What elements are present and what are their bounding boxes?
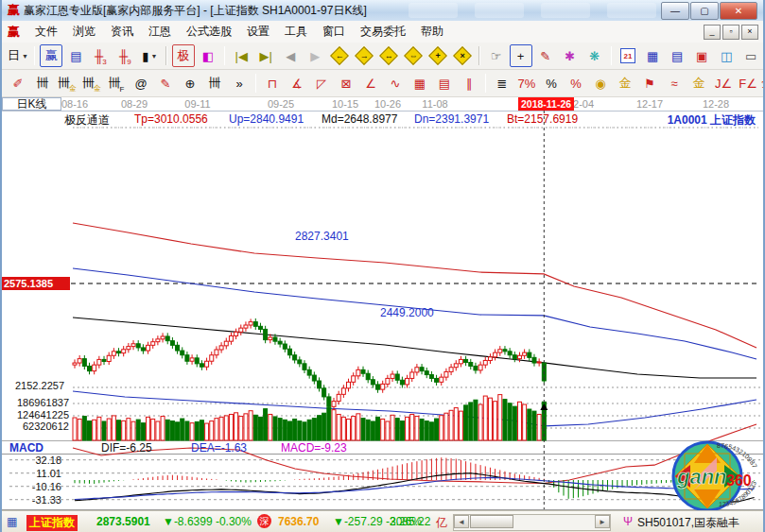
menu-help[interactable]: 帮助 — [413, 22, 451, 41]
period-selector[interactable]: 日▼ — [7, 44, 29, 67]
gann-grid-tool[interactable]: 卌 — [31, 72, 54, 94]
hand-tool[interactable]: ☞ — [485, 44, 508, 67]
candle — [337, 394, 340, 401]
report-tool[interactable]: ▤ — [64, 44, 87, 67]
volume-bar — [312, 419, 316, 440]
volume-bar — [386, 421, 390, 440]
volume-bar — [347, 419, 351, 440]
taskbar-ghost-icon — [541, 3, 590, 18]
menu-trade[interactable]: 交易委托 — [353, 22, 413, 41]
percent-lines-tool[interactable]: % — [565, 72, 587, 94]
minimize-button[interactable]: — — [661, 2, 689, 20]
index-name-tag[interactable]: 上证指数 — [26, 515, 78, 531]
chart-area[interactable]: 日K线 08-1608-2909-1109-2510-1510-2611-081… — [2, 97, 763, 510]
more-tools-chevron[interactable]: » — [228, 72, 251, 94]
tab-daily-kline[interactable]: 日K线 — [2, 97, 61, 111]
last-bar-tool[interactable]: ▶| — [254, 44, 277, 67]
mdi-minimize-button[interactable]: _ — [704, 25, 721, 40]
volume-bar — [156, 421, 160, 440]
menu-formula-picker[interactable]: 公式选股 — [179, 22, 239, 41]
calculator-tool[interactable]: ▦ — [641, 44, 664, 67]
zigzag-tool[interactable]: ∿ — [384, 72, 407, 94]
gold-lines-tool[interactable]: 金 — [614, 72, 636, 94]
indicator-name[interactable]: 极反通道 — [64, 112, 110, 129]
gold-tool[interactable]: 金 — [687, 72, 710, 94]
close-button[interactable]: ✕ — [720, 2, 757, 20]
title-bar[interactable]: 赢 赢家江恩专业版[赢家内部服务平台] - [上证指数 SH1A0001-97日… — [2, 0, 763, 22]
pin-help-tool[interactable]: ✎ — [534, 44, 557, 67]
candle-style-tool[interactable]: ▮▼ — [138, 44, 161, 67]
notes-tool[interactable]: ▤ — [666, 44, 688, 67]
horizontal-scrollbar[interactable]: ◄ ► — [453, 514, 611, 531]
menu-file[interactable]: 文件 — [27, 22, 65, 41]
save-tool[interactable]: ▣ — [690, 44, 713, 67]
menu-gann[interactable]: 江恩 — [141, 22, 179, 41]
zoom-right-tool[interactable]: → — [353, 44, 375, 67]
quote-grid-icon[interactable]: ▦ — [7, 515, 17, 528]
gann-grid-gold2-tool[interactable]: 卌金 — [80, 72, 103, 94]
turnover-unit: 亿 — [436, 515, 447, 531]
scroll-right-arrow[interactable]: ► — [595, 515, 610, 528]
gold-circle-tool[interactable]: ◉ — [589, 72, 612, 94]
percent-7-tool[interactable]: 7% — [515, 72, 538, 94]
grid-tool[interactable]: ▦ — [409, 72, 431, 94]
brush-tool[interactable]: ✐ — [7, 72, 29, 94]
network-tool[interactable]: ◫ — [715, 44, 738, 67]
candle — [215, 350, 218, 355]
scroll-left-arrow[interactable]: ◄ — [454, 515, 469, 528]
trend-angle-tool[interactable]: ∠ — [359, 72, 382, 94]
angle-gold-tool[interactable]: 金∠ — [761, 72, 765, 94]
mdi-close-button[interactable]: × — [741, 25, 758, 40]
macd-panel-title[interactable]: MACD — [9, 441, 43, 455]
t-square-tool[interactable]: ⊓ — [261, 72, 284, 94]
percent-tool[interactable]: % — [540, 72, 563, 94]
parallel-lines-tool[interactable]: ∥ — [458, 72, 480, 94]
zoom-expand-all-tool[interactable]: + — [426, 44, 449, 67]
zoom-h-expand-tool[interactable]: ↔ — [377, 44, 400, 67]
volume-bar — [322, 413, 326, 440]
time-cycle-tool[interactable]: ⊕ — [179, 72, 201, 94]
menu-settings[interactable]: 设置 — [239, 22, 277, 41]
volume-profile-tool[interactable]: ◧ — [197, 44, 219, 67]
learn-tool[interactable]: ✱ — [559, 44, 582, 67]
ai-tool[interactable]: ❋ — [583, 44, 606, 67]
draw-pen-tool-icon: ✎ — [161, 77, 171, 91]
last-price-tag: 2575.1385 — [2, 277, 70, 290]
grid-dense-tool[interactable]: ▤ — [433, 72, 456, 94]
gann-grid-gold-tool[interactable]: 卌金 — [56, 72, 78, 94]
gann-fan-tool[interactable]: ∡ — [286, 72, 308, 94]
menu-news[interactable]: 资讯 — [103, 22, 141, 41]
stats-tool[interactable]: ≣ — [491, 72, 513, 94]
pattern-9-tool[interactable]: ╫9 — [113, 44, 136, 67]
flag-pen-tool[interactable]: ⚑ — [638, 72, 661, 94]
print-tool[interactable]: ▭ — [739, 44, 762, 67]
menu-tools[interactable]: 工具 — [277, 22, 315, 41]
calendar-tool[interactable]: 21 — [617, 44, 639, 67]
first-bar-tool[interactable]: |◀ — [230, 44, 252, 67]
prev-bar-tool[interactable]: ◀ — [279, 44, 302, 67]
gann-grid-f-tool[interactable]: 卌F — [105, 72, 128, 94]
wave-tool[interactable]: ≈ — [663, 72, 686, 94]
next-bar-tool[interactable]: ▶ — [304, 44, 326, 67]
pattern-3-tool[interactable]: ╫3 — [89, 44, 112, 67]
angle-f-tool[interactable]: F∠ — [737, 72, 759, 94]
draw-pen-tool[interactable]: ✎ — [154, 72, 177, 94]
gann-fan-box-tool[interactable]: ◸ — [310, 72, 333, 94]
gann-box-tool[interactable]: ⊠ — [335, 72, 357, 94]
mdi-restore-button[interactable]: ▫ — [722, 25, 739, 40]
angle-j-tool[interactable]: J∠ — [712, 72, 735, 94]
crosshair-tool[interactable]: + — [510, 44, 532, 67]
scrollbar-thumb[interactable] — [470, 515, 513, 528]
zoom-compress-all-tool[interactable]: × — [451, 44, 474, 67]
extreme-channel-tool[interactable]: 极 — [172, 44, 195, 67]
menu-browse[interactable]: 浏览 — [65, 22, 103, 41]
maximize-button[interactable]: ▢ — [690, 2, 719, 20]
gann-spiral-tool[interactable]: @ — [130, 72, 152, 94]
gann-comb-tool[interactable]: 卌 — [203, 72, 226, 94]
winner-home-tool[interactable]: 赢 — [40, 44, 62, 67]
antenna-icon[interactable]: Ψ — [623, 515, 633, 528]
zoom-left-tool[interactable]: ← — [328, 44, 351, 67]
menu-window[interactable]: 窗口 — [315, 22, 353, 41]
zoom-h-compress-tool[interactable]: ⇔ — [402, 44, 425, 67]
candle — [161, 336, 165, 339]
